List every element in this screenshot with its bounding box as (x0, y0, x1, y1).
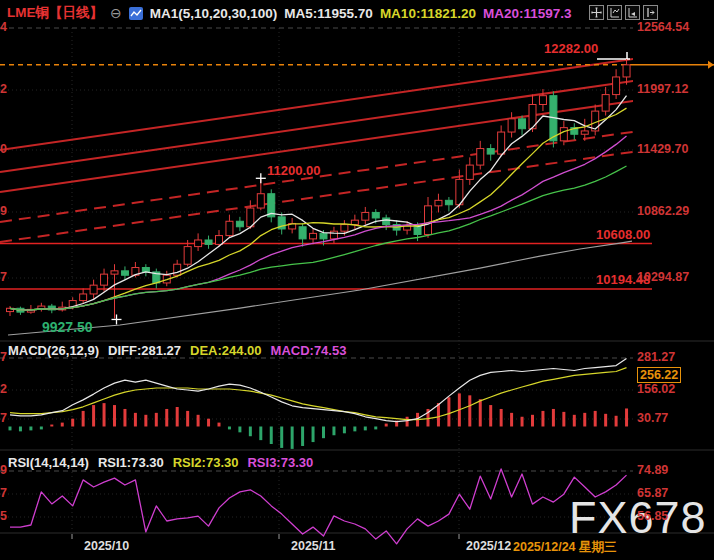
candle-body (498, 132, 505, 154)
macd-pane[interactable] (10, 359, 627, 449)
candle-body (330, 231, 337, 239)
candle-body (613, 77, 620, 95)
axis-label: 11997.12 (637, 82, 688, 96)
candle-body (205, 240, 212, 244)
candle-body (310, 233, 317, 239)
chart-toolbar (589, 5, 658, 20)
axis-label: 2 (0, 82, 7, 96)
scale-x-icon[interactable] (625, 5, 640, 20)
macd-pane-header[interactable]: MACD(26,12,9)DIFF:281.27DEA:244.00MACD:7… (8, 343, 355, 358)
support-level-1-label: 10608.00 (596, 227, 650, 242)
rsi3-value: RSI3:73.30 (247, 455, 313, 470)
axis-label: 7 (0, 270, 7, 284)
candle-body (581, 131, 588, 134)
macd-dea-value: DEA:244.00 (190, 343, 262, 358)
candle-body (195, 240, 202, 247)
chart-app: LME铜【日线】 ⊖ MA1(5,10,20,30,100) MA5:11955… (0, 0, 714, 560)
axis-label: 2025/12 (466, 539, 511, 553)
pan-icon[interactable] (589, 5, 604, 20)
candle-body (435, 200, 442, 206)
axis-label: 281.27 (637, 350, 675, 364)
candle-body (445, 200, 452, 204)
axis-label: 256.22 (637, 367, 681, 383)
scale-y-icon[interactable] (607, 5, 622, 20)
rsi-pane-header[interactable]: RSI(14,14,14)RSI1:73.30RSI2:73.30RSI3:73… (8, 455, 322, 470)
candle-body (80, 294, 87, 301)
axis-label: 7 (0, 411, 7, 425)
candlestick-series[interactable] (7, 59, 631, 318)
ma10-value: MA10:11821.20 (380, 6, 476, 21)
macd-value: MACD:74.53 (271, 343, 347, 358)
axis-label: 156.02 (637, 382, 675, 396)
candle-body (101, 274, 108, 285)
candle-body (351, 220, 358, 224)
candle-body (466, 165, 473, 179)
axis-label: 30.77 (637, 411, 668, 425)
rsi2-value: RSI2:73.30 (173, 455, 239, 470)
candle-body (372, 212, 379, 218)
candle-body (519, 119, 526, 129)
ma5-value: MA5:11955.70 (284, 6, 373, 21)
candle-body (477, 149, 484, 166)
candle-body (341, 225, 348, 232)
axis-label: 0 (0, 142, 7, 156)
swing-low-annotation: 9927.50 (42, 319, 93, 335)
candle-body (539, 96, 546, 105)
swing-high-annotation: 11200.00 (267, 163, 321, 178)
axis-label: 2025/11 (291, 539, 336, 553)
candle-body (90, 285, 97, 294)
ma-group-label[interactable]: MA1(5,10,20,30,100) (150, 6, 278, 21)
candle-body (236, 221, 243, 227)
candle-body (560, 128, 567, 141)
candle-body (383, 218, 390, 225)
candle-body (257, 194, 264, 208)
instrument-title: LME铜【日线】 (7, 4, 103, 22)
high-price-annotation: 12282.00 (544, 41, 598, 56)
axis-label: 65.87 (637, 486, 668, 500)
rsi-name: RSI(14,14,14) (8, 455, 89, 470)
candle-body (362, 212, 369, 220)
candle-body (216, 236, 223, 245)
candle-body (299, 227, 306, 239)
axis-label: 7 (0, 350, 7, 364)
axis-label: 10862.29 (637, 204, 689, 218)
axis-label: 74.89 (637, 463, 668, 477)
candle-body (226, 221, 233, 235)
current-date-label: 2025/12/24 星期三 (511, 539, 617, 556)
candle-body (111, 271, 118, 274)
ma-lines (8, 96, 632, 335)
candle-body (487, 149, 494, 155)
axis-label: 5 (0, 509, 7, 523)
axis-label: 2 (0, 382, 7, 396)
candle-body (121, 271, 128, 275)
candle-body (623, 65, 630, 77)
axis-label: 56.85 (637, 509, 668, 523)
mini-chart-icon (129, 7, 143, 20)
candle-body (602, 95, 609, 112)
price-levels (0, 52, 714, 289)
axis-label: 7 (0, 486, 7, 500)
candle-body (425, 206, 432, 235)
ma20-value: MA20:11597.3 (483, 6, 572, 21)
rsi1-value: RSI1:73.30 (98, 455, 164, 470)
macd-diff-value: DIFF:281.27 (108, 343, 181, 358)
collapse-icon[interactable]: ⊖ (110, 5, 122, 21)
trend-channel (0, 55, 660, 242)
axis-label: 2025/10 (84, 539, 129, 553)
axis-label: 9 (0, 463, 7, 477)
axis-label: 10294.87 (637, 270, 689, 284)
candle-body (184, 247, 191, 265)
candle-body (320, 233, 327, 239)
shift-right-icon[interactable] (643, 5, 658, 20)
macd-name: MACD(26,12,9) (8, 343, 99, 358)
axis-label: 11429.70 (637, 142, 688, 156)
candle-body (508, 119, 515, 132)
axis-label: 9 (0, 204, 7, 218)
